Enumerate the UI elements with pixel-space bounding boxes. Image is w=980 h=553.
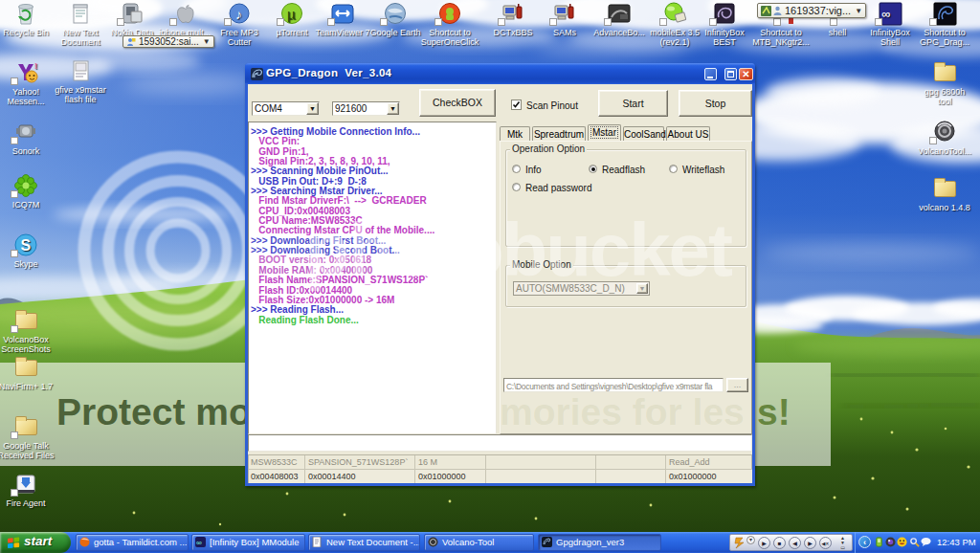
svg-text:!: ! [34,61,37,71]
svg-text:µ: µ [287,6,296,22]
svg-text:♪: ♪ [235,7,242,22]
svg-text:∞: ∞ [881,7,890,21]
svg-text:∞: ∞ [196,539,202,547]
svg-text:S: S [21,237,32,254]
